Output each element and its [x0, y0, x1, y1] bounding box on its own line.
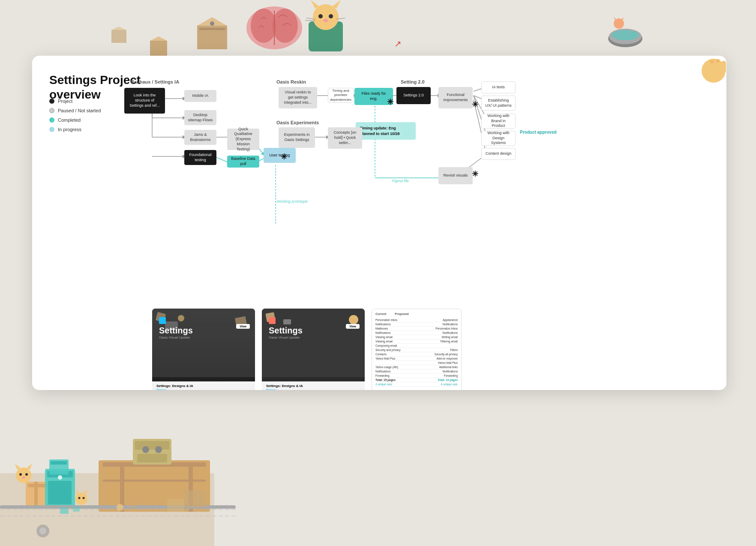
section-oasis-experiments: Oasis Experiments [276, 120, 319, 125]
svg-point-9 [329, 14, 333, 18]
table-row: Yahoo Mail PlusAdd-on response [375, 357, 458, 361]
node-experiments: Experiments in Oasis Settings [279, 127, 315, 148]
node-revisit-visuals: Revisit visuals [438, 167, 473, 184]
node-mobile-ia: Mobile IA [184, 90, 216, 102]
node-working-brand: Working with Brand in Product [481, 114, 516, 129]
svg-rect-86 [135, 441, 169, 450]
svg-point-10 [323, 19, 328, 22]
svg-point-24 [612, 30, 639, 40]
figma-icon-2 [269, 317, 276, 324]
node-jams: Jams & Brainstorms [184, 130, 216, 145]
node-quick-qual: Quick Qualitative (Express Mission Testi… [227, 129, 259, 150]
svg-point-93 [117, 504, 123, 511]
svg-rect-73 [51, 461, 67, 465]
svg-rect-20 [111, 30, 126, 43]
svg-rect-95 [60, 507, 69, 514]
node-visual-reskin: Visual reskin to get settings integrated… [279, 87, 317, 108]
svg-point-80 [75, 493, 87, 505]
node-user-testing: User testing [264, 148, 296, 163]
svg-point-17 [210, 21, 214, 26]
sparkle-revisit: ✳ [472, 169, 478, 179]
sparkle-functional: ✳ [472, 100, 478, 109]
preview-card-1[interactable]: Settings Oasis Visual Update View Settin… [152, 309, 255, 390]
figma-file-label: Figma file [392, 179, 409, 183]
svg-point-70 [58, 475, 62, 480]
svg-point-74 [16, 468, 31, 483]
legend-item-paused: Paused / Not started [49, 108, 101, 113]
preview-card-2[interactable]: Settings Oasis Visual Update View Settin… [262, 309, 365, 390]
figma-icon-1 [159, 317, 166, 324]
legend-item-inprogress: In progress [49, 127, 101, 132]
node-foundational: Foundational testing [184, 150, 216, 165]
node-baseline: Baseline Data pull [227, 156, 259, 168]
table-row: Yahoo Mail Plus [375, 361, 458, 365]
table-row: NotificationsNotifications [375, 369, 458, 374]
svg-rect-89 [137, 454, 167, 462]
svg-rect-71 [48, 481, 72, 504]
table-row: NotificationsNotifications [375, 322, 458, 327]
svg-point-83 [78, 497, 81, 499]
svg-point-33 [710, 60, 714, 63]
legend-dot-project [49, 99, 54, 104]
preview-footer-2: Settings: Designs & IA Figma [262, 381, 365, 390]
svg-rect-16 [199, 28, 225, 30]
legend-item-completed: Completed [49, 117, 101, 123]
legend: Project Paused / Not started Completed I… [49, 99, 101, 132]
svg-rect-67 [34, 482, 38, 507]
svg-point-87 [142, 446, 149, 453]
svg-point-94 [130, 503, 135, 508]
node-functional: Functional Improvements [438, 87, 473, 108]
table-row: Viewing emailFiltering email [375, 339, 458, 344]
svg-point-34 [716, 59, 720, 63]
section-oasis-reskin: Oasis Reskin [276, 79, 306, 84]
table-row: Personalize inboxAppearance [375, 318, 458, 322]
table-row: ContactsSecurity all privacy [375, 352, 458, 357]
section-bauhaus: Bauhaus / Settings IA [131, 79, 179, 84]
svg-marker-19 [150, 36, 167, 41]
table-row: Security and privacyFilters [375, 348, 458, 352]
svg-marker-21 [111, 27, 126, 30]
svg-rect-32 [703, 63, 708, 74]
legend-dot-paused [49, 108, 54, 113]
node-content-design: Content design [481, 148, 516, 160]
sparkle-files: ✳ [387, 97, 393, 107]
legend-dot-inprogress [49, 127, 54, 132]
node-concepts: Concepts [on hold] • Quick settin... [328, 127, 362, 149]
svg-point-5 [313, 4, 339, 30]
sparkle-user: ✳ [281, 152, 287, 162]
working-prototype-label: Working prototype [276, 199, 308, 204]
timing-note: Timing update: Eng planned to start 10/2… [356, 122, 416, 140]
table-row: NotificationsNotifications [375, 331, 458, 335]
node-settings-20: Settings 2.0 [396, 87, 431, 104]
main-card: Settings Project overview Project Paused… [32, 56, 726, 390]
node-timing-dep: Timing and priorities dependencies [328, 88, 354, 103]
node-desktop-sitemap: Desktop sitemap Flows [184, 110, 216, 125]
node-ia-tests: IA tests [481, 81, 516, 93]
hand-illustration [696, 56, 726, 86]
svg-point-2 [272, 9, 298, 43]
table-row: 4 unique user4 unique user [375, 382, 458, 387]
preview-area: Settings Oasis Visual Update View Settin… [152, 309, 462, 390]
table-header: Current Proposed [375, 312, 458, 315]
top-illustrations: ↗ [0, 0, 756, 58]
svg-point-78 [25, 473, 28, 476]
preview-table: Current Proposed Personalize inboxAppear… [372, 309, 462, 390]
svg-rect-18 [150, 41, 167, 56]
svg-point-88 [155, 446, 162, 453]
table-row: Yahoo usage (4th)Additional links [375, 365, 458, 369]
preview-footer-1: Settings: Designs & IA Figma [152, 381, 255, 390]
legend-item-project: Project [49, 99, 101, 104]
node-look-into: Look into the structure of Settings and … [124, 88, 165, 114]
svg-point-84 [83, 497, 85, 499]
table-row: Viewing emailWriting email [375, 335, 458, 339]
node-working-design: Working with Design Systems [481, 131, 516, 146]
bottom-illustrations [0, 396, 756, 546]
table-row: Total: 15 pagesTotal: 14 pages [375, 378, 458, 382]
flowchart: Bauhaus / Settings IA Oasis Reskin Oasis… [118, 79, 726, 390]
svg-point-100 [39, 528, 46, 534]
svg-rect-31 [721, 61, 726, 73]
svg-rect-96 [73, 507, 80, 512]
node-establishing-ux: Establishing UX/ UI patterns [481, 96, 516, 111]
product-approved-label: Product approved [520, 130, 557, 135]
svg-point-79 [22, 476, 25, 479]
